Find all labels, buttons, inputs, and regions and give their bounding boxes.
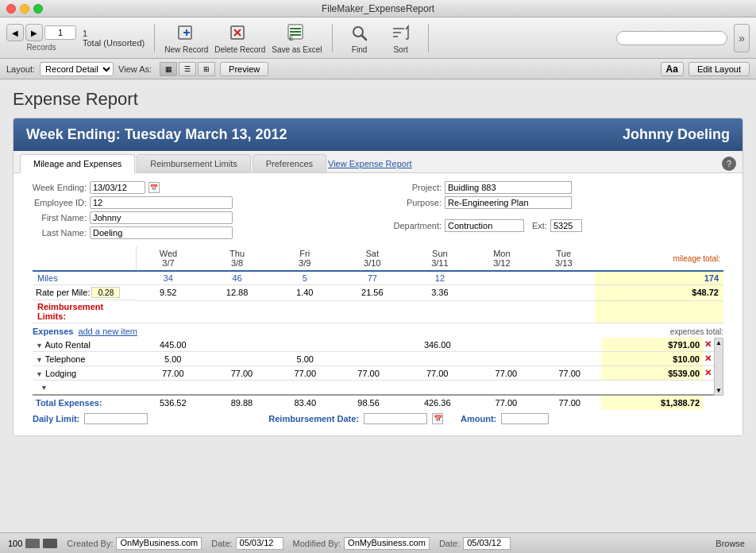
layout-label: Layout: xyxy=(6,64,35,74)
daily-limit-input[interactable] xyxy=(84,413,148,424)
view-expense-link[interactable]: View Expense Report xyxy=(328,159,412,168)
date-value: 05/03/12 xyxy=(236,537,284,550)
layout-select[interactable]: Record Detail xyxy=(40,62,114,76)
layout-bar: Layout: Record Detail View As: ▦ ☰ ⊞ Pre… xyxy=(0,59,756,79)
modified-by-label: Modified By: xyxy=(293,539,341,548)
save-excel-button[interactable]: E Save as Excel xyxy=(272,21,322,54)
exp-tel-wed: 5.00 xyxy=(136,352,210,366)
purpose-input[interactable] xyxy=(445,196,572,209)
edit-layout-button[interactable]: Edit Layout xyxy=(688,62,750,76)
expand-icon-tel[interactable]: ▼ xyxy=(36,356,43,364)
preview-button[interactable]: Preview xyxy=(220,62,268,76)
first-name-input[interactable] xyxy=(90,211,233,224)
scroll-up-button[interactable]: ▲ xyxy=(715,338,723,347)
exp-auto-delete[interactable]: ✕ xyxy=(703,338,714,352)
col-header-empty xyxy=(33,246,136,271)
add-item-link[interactable]: add a new item xyxy=(78,327,137,336)
total-sublabel: Total (Unsorted) xyxy=(83,38,145,48)
rate-fri: 1.40 xyxy=(274,285,336,301)
sort-button[interactable]: Sort xyxy=(384,21,418,54)
rate-thu: 12.88 xyxy=(200,285,273,301)
expand-icon-lodg[interactable]: ▼ xyxy=(36,370,43,378)
last-name-input[interactable] xyxy=(90,226,233,239)
close-button[interactable] xyxy=(6,4,16,14)
maximize-button[interactable] xyxy=(33,4,43,14)
employee-id-label: Employee ID: xyxy=(23,198,87,207)
add-row-icon[interactable]: ▼ xyxy=(36,382,52,393)
amount-input[interactable] xyxy=(501,413,549,424)
exp-lodg-sat: 77.00 xyxy=(337,366,400,381)
form-area: Week Ending: 📅 Employee ID: First Name: … xyxy=(14,173,742,435)
exp-tel-label: Telephone xyxy=(45,354,86,364)
view-list-button[interactable]: ☰ xyxy=(179,62,196,76)
project-label: Project: xyxy=(386,183,442,192)
reimb-calendar-icon[interactable]: 📅 xyxy=(432,413,443,424)
view-table-button[interactable]: ⊞ xyxy=(198,62,215,76)
mileage-table: Wed3/7 Thu3/8 Fri3/9 Sat3/10 Sun3/11 Mon… xyxy=(33,246,723,323)
delete-tel-icon[interactable]: ✕ xyxy=(704,354,712,363)
employee-id-field: Employee ID: xyxy=(23,196,370,209)
miles-tue xyxy=(533,271,595,285)
exp-auto-sun: 346.00 xyxy=(400,338,475,352)
reimb-date-input[interactable] xyxy=(364,413,427,424)
expand-icon[interactable]: ▼ xyxy=(36,342,43,350)
calendar-icon[interactable]: 📅 xyxy=(148,182,160,193)
daily-limit-label: Daily Limit: xyxy=(33,414,79,423)
nav-controls: ◀ ▶ xyxy=(6,24,76,41)
svg-line-13 xyxy=(361,36,366,41)
rate-label-text: Rate per Mile: xyxy=(36,288,90,297)
minimize-button[interactable] xyxy=(20,4,29,14)
total-expenses-row: Total Expenses: 536.52 89.88 83.40 98.56… xyxy=(33,395,714,410)
purpose-label: Purpose: xyxy=(386,198,442,207)
project-input[interactable] xyxy=(445,181,572,194)
exp-tel-mon xyxy=(474,352,538,366)
tab-preferences[interactable]: Preferences xyxy=(253,154,326,172)
find-button[interactable]: Find xyxy=(342,21,377,54)
total-mon: 77.00 xyxy=(474,395,538,410)
department-input[interactable] xyxy=(445,219,524,232)
toolbar-expand-button[interactable]: » xyxy=(734,24,750,52)
delete-auto-icon[interactable]: ✕ xyxy=(704,339,712,349)
exp-tel-delete[interactable]: ✕ xyxy=(703,352,714,366)
expenses-scrollbar[interactable]: ▲ ▼ xyxy=(714,338,723,396)
window-title: FileMaker_ExpenseReport xyxy=(322,3,434,14)
exp-tel-thu xyxy=(210,352,274,366)
reimb-date-label: Reimbursement Date: xyxy=(268,414,359,423)
employee-id-input[interactable] xyxy=(90,196,233,209)
expense-row-lodging: ▼ Lodging 77.00 77.00 77.00 77.00 77.00 … xyxy=(33,366,714,381)
miles-mon xyxy=(471,271,533,285)
rate-row: Rate per Mile: 9.52 12.88 1.40 21.56 3.3… xyxy=(33,285,723,301)
exp-lodg-thu: 77.00 xyxy=(210,366,274,381)
miles-label: Miles xyxy=(33,271,136,285)
exp-auto-sat xyxy=(337,338,400,352)
reimb-tue xyxy=(533,300,595,323)
nav-forward-button[interactable]: ▶ xyxy=(25,24,43,41)
search-input[interactable] xyxy=(616,31,727,45)
exp-lodg-delete[interactable]: ✕ xyxy=(703,366,714,381)
delete-lodg-icon[interactable]: ✕ xyxy=(704,368,712,377)
ext-input[interactable] xyxy=(550,219,582,232)
reimb-fri xyxy=(274,300,336,323)
nav-back-button[interactable]: ◀ xyxy=(6,24,24,41)
view-form-button[interactable]: ▦ xyxy=(160,62,177,76)
add-row-empty xyxy=(136,381,714,395)
save-excel-icon: E xyxy=(284,21,310,44)
svg-rect-18 xyxy=(25,539,40,548)
tab-reimbursement-limits[interactable]: Reimbursement Limits xyxy=(137,154,250,172)
col-sun: Sun3/11 xyxy=(409,246,471,271)
rate-input[interactable] xyxy=(91,287,120,298)
delete-record-button[interactable]: Delete Record xyxy=(214,21,265,54)
week-ending-input[interactable] xyxy=(90,181,145,194)
tab-mileage-expenses[interactable]: Mileage and Expenses xyxy=(20,154,135,173)
rate-sat: 21.56 xyxy=(336,285,409,301)
help-button[interactable]: ? xyxy=(722,157,736,171)
rate-mon xyxy=(471,285,533,301)
record-number-input[interactable] xyxy=(44,25,76,40)
toolbar-sep-3 xyxy=(428,24,429,52)
new-record-button[interactable]: New Record xyxy=(164,21,208,54)
aa-button[interactable]: Aa xyxy=(661,62,684,76)
right-fields: Project: Purpose: Department: Ext: xyxy=(386,181,733,242)
exp-lodg-sun: 77.00 xyxy=(400,366,475,381)
scroll-down-button[interactable]: ▼ xyxy=(715,386,723,395)
toolbar-sep-1 xyxy=(154,24,155,52)
